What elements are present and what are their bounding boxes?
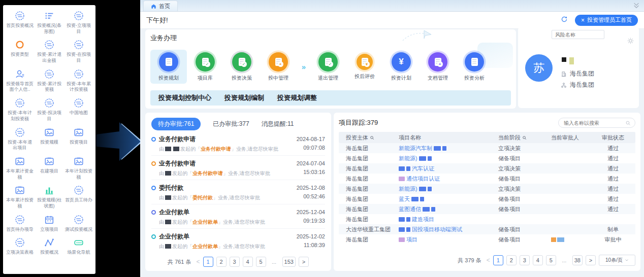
todo-item[interactable]: 企业付款单由发起的「企业付款单」业务,请您尽快审批2025-12-0211:08…: [151, 229, 325, 253]
page-button[interactable]: 2: [506, 255, 517, 265]
widget-item[interactable]: 首页投资概况: [5, 10, 35, 34]
risk-name-input[interactable]: [552, 30, 604, 39]
todo-item[interactable]: 业务付款申请由发起的「业务付款申请」业务,请您尽快审批2024-08-1709:…: [151, 131, 325, 156]
page-button[interactable]: 5: [256, 257, 266, 267]
col-approver: 当前审批人: [551, 134, 595, 142]
widget-item[interactable]: 本年累计资金额: [5, 156, 35, 180]
widget-item[interactable]: 测试投资概况: [64, 214, 93, 233]
next-page-button[interactable]: >: [299, 257, 309, 267]
widget-item[interactable]: 投资-本年累计投资额: [64, 68, 93, 93]
widget-item[interactable]: 投资-累计投资额: [35, 68, 64, 93]
project-name-link[interactable]: 新能源汽车制: [399, 145, 432, 152]
todo-type-link[interactable]: 业务付款申请: [201, 146, 231, 152]
project-name-link[interactable]: 通信项目认证: [406, 175, 440, 183]
page-button[interactable]: 4: [243, 257, 253, 267]
todo-title-text: 企业付款单: [159, 208, 189, 217]
page-size-select[interactable]: 10条/页: [599, 255, 635, 266]
app-投资计划[interactable]: ¥投资计划: [383, 50, 420, 84]
widget-item[interactable]: 立项决策表格: [5, 237, 35, 256]
project-name-link[interactable]: 汽车认证: [412, 165, 434, 172]
widget-item[interactable]: 投资-在投项目: [64, 39, 93, 63]
widget-item[interactable]: 投资概况(条形图): [35, 10, 64, 34]
todo-item-title: 委托付款: [151, 184, 297, 192]
project-name-link[interactable]: 蓝图通信: [399, 205, 421, 213]
page-button[interactable]: 4: [533, 255, 543, 265]
prev-page-button[interactable]: <: [197, 258, 200, 265]
collapse-chevrons-icon[interactable]: [633, 2, 640, 11]
staff-home-button[interactable]: × 投资管理员工首页: [575, 15, 638, 26]
todo-item[interactable]: 委托付款由发起的「委托付款」业务,请您尽快审批2025-12-0800:52:4…: [151, 180, 325, 204]
app-文档管理[interactable]: +文档管理: [420, 50, 456, 84]
project-name-link[interactable]: 蓝天: [399, 195, 410, 203]
page-button[interactable]: 1: [493, 255, 503, 265]
project-name-link[interactable]: 建造项目: [412, 216, 434, 223]
widget-item-label: 投资-本年累计投资额: [64, 81, 93, 93]
widget-item[interactable]: 投资规模: [35, 127, 64, 151]
page-button[interactable]: 2: [216, 257, 227, 267]
cell-status: 审批中: [595, 236, 631, 244]
widget-item[interactable]: 投资项目: [64, 127, 93, 151]
tab-message-reminders[interactable]: 消息提醒:11: [262, 120, 294, 128]
todo-type-link[interactable]: 企业付款单: [192, 244, 218, 249]
app-项目库[interactable]: ✓项目库: [187, 50, 223, 84]
widget-item[interactable]: 投资领导首页面个人信..: [5, 68, 35, 93]
widget-item[interactable]: 投资-本年计划投资额: [5, 97, 35, 122]
widget-item[interactable]: 立项项目: [35, 214, 64, 233]
todo-type-link[interactable]: 委托付款: [192, 195, 213, 200]
page-button[interactable]: 5: [546, 255, 556, 265]
todo-item-title: 企业付款单: [151, 208, 297, 217]
widget-item[interactable]: 投资-本年退出项目: [5, 127, 35, 151]
widget-item[interactable]: 投资类型: [5, 39, 35, 63]
widget-item[interactable]: 本年计划投资额: [64, 156, 93, 180]
widget-item[interactable]: 中国地图: [64, 97, 93, 122]
todo-type-link[interactable]: 业务付款申请: [192, 170, 223, 176]
widget-item[interactable]: 投资-投决项目: [35, 97, 64, 122]
widget-item-label: 投资领导首页面个人信..: [5, 81, 35, 93]
refresh-icon[interactable]: [561, 16, 568, 25]
redacted-block: [399, 237, 405, 242]
widget-item[interactable]: 投资规模(柱状图): [35, 185, 64, 209]
app-投资分析[interactable]: 投资分析: [456, 50, 493, 84]
project-name-link[interactable]: 新能源): [399, 155, 417, 162]
project-name-link[interactable]: 国投项目移动端测试: [412, 226, 462, 233]
page-button[interactable]: 1: [203, 257, 213, 267]
project-name-link[interactable]: 新能源): [399, 185, 417, 193]
app-投资决策[interactable]: ✓投资决策: [223, 50, 260, 84]
app-投后评价[interactable]: ¥投后评价: [346, 51, 383, 82]
widget-item[interactable]: 本年累计投资额: [5, 185, 35, 209]
business-link[interactable]: 投资规划调整: [277, 93, 317, 102]
todo-item[interactable]: 业务付款申请由发起的「业务付款申请」业务,请您尽快审批2024-07-0415:…: [151, 156, 325, 180]
widget-item[interactable]: 首页员工待办: [64, 185, 93, 209]
todo-item[interactable]: 企业付款单由发起的「企业付款单」业务,请您尽快审批2025-12-0409:19…: [151, 204, 325, 229]
app-投资规划[interactable]: 投资规划: [150, 50, 187, 84]
column-search-icon[interactable]: [522, 135, 527, 140]
todo-type-link[interactable]: 企业付款单: [192, 219, 218, 225]
gear-icon[interactable]: [627, 37, 634, 46]
widget-item[interactable]: 场景化导航: [64, 237, 93, 256]
next-page-button[interactable]: >: [586, 255, 596, 265]
business-link[interactable]: 投资规划编制: [224, 93, 264, 102]
project-name-link[interactable]: 项目: [406, 236, 417, 244]
widget-item[interactable]: 投资-累计退出金额: [35, 39, 64, 63]
business-link[interactable]: 投资规划控制中心: [158, 93, 211, 102]
page-button[interactable]: 153: [282, 257, 296, 267]
prev-page-button[interactable]: <: [487, 257, 490, 264]
widget-item[interactable]: 在建项目: [35, 156, 64, 180]
tracking-search-input[interactable]: [563, 120, 623, 126]
tab-done-approvals[interactable]: 已办审批:377: [213, 120, 249, 128]
tab-strip: 首页: [140, 0, 644, 12]
page-button[interactable]: 3: [520, 255, 530, 265]
app-投中管理[interactable]: +投中管理: [260, 50, 297, 84]
tracking-table: 投资主体 项目名称 当前阶段 当前审批人: [339, 132, 635, 251]
widget-item[interactable]: 投资-立项项目: [64, 10, 93, 34]
page-button[interactable]: 3: [230, 257, 240, 267]
widget-item[interactable]: 投资概况: [35, 237, 64, 256]
tab-home[interactable]: 首页: [143, 1, 178, 11]
widget-item-label: 本年计划投资额: [64, 168, 93, 180]
column-search-icon[interactable]: [370, 135, 374, 140]
tab-pending-approvals[interactable]: 待办审批:761: [151, 118, 201, 130]
page-button[interactable]: 38: [572, 255, 583, 265]
app-退出管理[interactable]: ✓退出管理: [310, 50, 346, 84]
widget-item[interactable]: 首页待办项导: [5, 214, 35, 233]
search-icon[interactable]: [625, 120, 631, 126]
